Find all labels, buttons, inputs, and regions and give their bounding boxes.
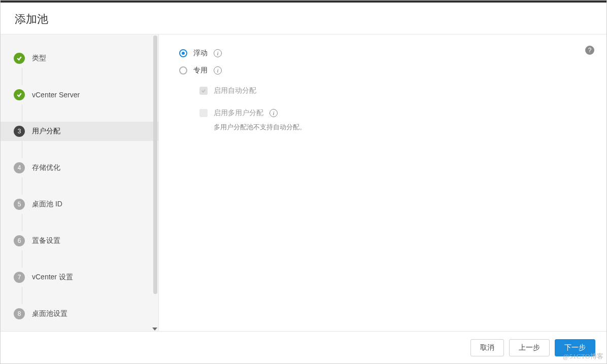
step-connector: [22, 250, 158, 268]
option-dedicated-label: 专用: [193, 66, 208, 75]
multi-user-note: 多用户分配池不支持自动分配。: [214, 120, 592, 132]
radio-dedicated[interactable]: [179, 66, 187, 75]
wizard-step-provisioning[interactable]: 6 置备设置: [1, 231, 158, 250]
wizard-step-type[interactable]: 类型: [1, 49, 158, 68]
step-number-icon: 6: [14, 235, 25, 246]
step-number-icon: 4: [14, 162, 25, 173]
step-label: 桌面池设置: [32, 309, 68, 318]
wizard-step-storage-opt[interactable]: 4 存储优化: [1, 158, 158, 177]
multi-user-label: 启用多用户分配: [214, 108, 263, 118]
step-connector: [22, 68, 158, 85]
watermark-text: @51CTO博客: [563, 352, 604, 361]
wizard-step-pool-settings[interactable]: 8 桌面池设置: [1, 304, 158, 323]
option-dedicated[interactable]: 专用 i: [179, 63, 592, 80]
step-connector: [22, 141, 158, 158]
sidebar-scrollbar[interactable]: [152, 34, 158, 331]
radio-floating[interactable]: [179, 49, 187, 57]
multi-user-row: 启用多用户分配 i: [199, 97, 592, 120]
scrollbar-thumb[interactable]: [153, 35, 157, 294]
auto-assign-label: 启用自动分配: [214, 86, 256, 95]
step-label: vCenter 设置: [32, 273, 73, 282]
chevron-down-icon[interactable]: [152, 325, 157, 330]
help-icon[interactable]: ?: [585, 46, 594, 55]
info-icon[interactable]: i: [214, 66, 222, 75]
wizard-step-vcenter-settings[interactable]: 7 vCenter 设置: [1, 268, 158, 287]
step-label: 桌面池 ID: [32, 200, 62, 209]
step-label: 置备设置: [32, 236, 60, 245]
info-icon[interactable]: i: [214, 49, 222, 57]
step-label: 用户分配: [32, 127, 60, 136]
dialog-footer: 取消 上一步 下一步: [1, 331, 606, 363]
option-floating[interactable]: 浮动 i: [179, 46, 592, 63]
step-number-icon: 7: [14, 272, 25, 283]
svg-marker-0: [152, 327, 157, 331]
step-connector: [22, 214, 158, 231]
dialog-header: 添加池: [1, 3, 606, 34]
check-icon: [14, 89, 25, 100]
step-number-icon: 5: [14, 199, 25, 210]
checkbox-multi-user: [199, 109, 208, 117]
step-number-icon: 8: [14, 308, 25, 319]
main-panel: ? 浮动 i 专用 i 启用自动分配 启用多用户分配 i: [159, 34, 606, 331]
step-connector: [22, 177, 158, 195]
dialog-title: 添加池: [15, 12, 592, 27]
step-connector: [22, 287, 158, 304]
step-connector: [22, 104, 158, 122]
step-number-icon: 3: [14, 126, 25, 137]
cancel-button[interactable]: 取消: [470, 339, 504, 356]
check-icon: [14, 53, 25, 64]
auto-assign-row: 启用自动分配: [199, 80, 592, 97]
checkbox-auto-assign: [199, 87, 208, 95]
step-label: 类型: [32, 54, 46, 63]
wizard-step-pool-id[interactable]: 5 桌面池 ID: [1, 195, 158, 214]
step-label: 存储优化: [32, 163, 60, 172]
info-icon[interactable]: i: [269, 109, 278, 117]
option-floating-label: 浮动: [193, 49, 208, 58]
prev-button[interactable]: 上一步: [509, 339, 550, 356]
wizard-step-vcenter-server[interactable]: vCenter Server: [1, 85, 158, 104]
wizard-sidebar: 类型 vCenter Server 3 用户分配 4 存储优化: [1, 34, 159, 331]
step-label: vCenter Server: [32, 91, 80, 99]
wizard-step-user-assignment[interactable]: 3 用户分配: [1, 122, 158, 141]
